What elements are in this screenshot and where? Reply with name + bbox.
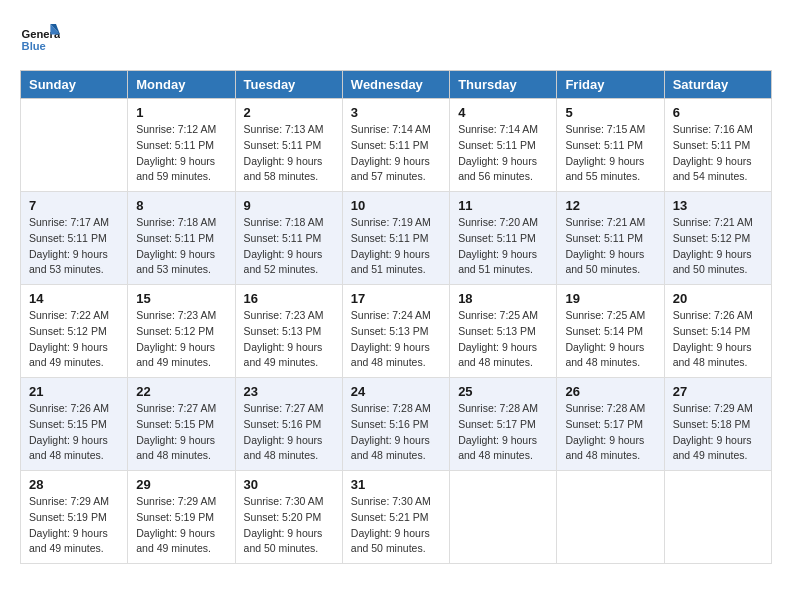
calendar-cell: 2Sunrise: 7:13 AMSunset: 5:11 PMDaylight… (235, 99, 342, 192)
day-number: 21 (29, 384, 119, 399)
day-info: Sunrise: 7:27 AMSunset: 5:15 PMDaylight:… (136, 401, 226, 464)
calendar-cell: 11Sunrise: 7:20 AMSunset: 5:11 PMDayligh… (450, 192, 557, 285)
calendar-cell: 9Sunrise: 7:18 AMSunset: 5:11 PMDaylight… (235, 192, 342, 285)
weekday-header-wednesday: Wednesday (342, 71, 449, 99)
day-number: 13 (673, 198, 763, 213)
svg-text:Blue: Blue (22, 40, 46, 52)
day-number: 27 (673, 384, 763, 399)
day-number: 4 (458, 105, 548, 120)
calendar-cell: 21Sunrise: 7:26 AMSunset: 5:15 PMDayligh… (21, 378, 128, 471)
day-number: 12 (565, 198, 655, 213)
calendar-cell: 13Sunrise: 7:21 AMSunset: 5:12 PMDayligh… (664, 192, 771, 285)
calendar-cell: 3Sunrise: 7:14 AMSunset: 5:11 PMDaylight… (342, 99, 449, 192)
weekday-header-thursday: Thursday (450, 71, 557, 99)
day-info: Sunrise: 7:16 AMSunset: 5:11 PMDaylight:… (673, 122, 763, 185)
day-number: 29 (136, 477, 226, 492)
calendar-cell: 7Sunrise: 7:17 AMSunset: 5:11 PMDaylight… (21, 192, 128, 285)
day-info: Sunrise: 7:21 AMSunset: 5:11 PMDaylight:… (565, 215, 655, 278)
day-info: Sunrise: 7:28 AMSunset: 5:16 PMDaylight:… (351, 401, 441, 464)
calendar-cell (21, 99, 128, 192)
day-info: Sunrise: 7:30 AMSunset: 5:20 PMDaylight:… (244, 494, 334, 557)
logo: General Blue (20, 20, 60, 60)
day-info: Sunrise: 7:25 AMSunset: 5:13 PMDaylight:… (458, 308, 548, 371)
weekday-header-row: SundayMondayTuesdayWednesdayThursdayFrid… (21, 71, 772, 99)
weekday-header-tuesday: Tuesday (235, 71, 342, 99)
day-number: 14 (29, 291, 119, 306)
day-number: 16 (244, 291, 334, 306)
day-info: Sunrise: 7:20 AMSunset: 5:11 PMDaylight:… (458, 215, 548, 278)
logo-icon: General Blue (20, 20, 60, 60)
calendar-cell: 1Sunrise: 7:12 AMSunset: 5:11 PMDaylight… (128, 99, 235, 192)
calendar-cell: 6Sunrise: 7:16 AMSunset: 5:11 PMDaylight… (664, 99, 771, 192)
day-info: Sunrise: 7:19 AMSunset: 5:11 PMDaylight:… (351, 215, 441, 278)
day-number: 31 (351, 477, 441, 492)
calendar-cell: 12Sunrise: 7:21 AMSunset: 5:11 PMDayligh… (557, 192, 664, 285)
calendar-cell: 25Sunrise: 7:28 AMSunset: 5:17 PMDayligh… (450, 378, 557, 471)
day-number: 19 (565, 291, 655, 306)
calendar-cell: 24Sunrise: 7:28 AMSunset: 5:16 PMDayligh… (342, 378, 449, 471)
day-info: Sunrise: 7:27 AMSunset: 5:16 PMDaylight:… (244, 401, 334, 464)
calendar-cell: 20Sunrise: 7:26 AMSunset: 5:14 PMDayligh… (664, 285, 771, 378)
calendar-cell: 28Sunrise: 7:29 AMSunset: 5:19 PMDayligh… (21, 471, 128, 564)
calendar-week-row: 28Sunrise: 7:29 AMSunset: 5:19 PMDayligh… (21, 471, 772, 564)
calendar-cell: 16Sunrise: 7:23 AMSunset: 5:13 PMDayligh… (235, 285, 342, 378)
day-number: 6 (673, 105, 763, 120)
calendar-week-row: 21Sunrise: 7:26 AMSunset: 5:15 PMDayligh… (21, 378, 772, 471)
calendar-cell (557, 471, 664, 564)
calendar-cell (664, 471, 771, 564)
day-info: Sunrise: 7:26 AMSunset: 5:15 PMDaylight:… (29, 401, 119, 464)
day-number: 11 (458, 198, 548, 213)
day-info: Sunrise: 7:30 AMSunset: 5:21 PMDaylight:… (351, 494, 441, 557)
day-number: 28 (29, 477, 119, 492)
calendar-week-row: 14Sunrise: 7:22 AMSunset: 5:12 PMDayligh… (21, 285, 772, 378)
day-number: 30 (244, 477, 334, 492)
calendar-table: SundayMondayTuesdayWednesdayThursdayFrid… (20, 70, 772, 564)
day-info: Sunrise: 7:25 AMSunset: 5:14 PMDaylight:… (565, 308, 655, 371)
weekday-header-saturday: Saturday (664, 71, 771, 99)
calendar-cell: 31Sunrise: 7:30 AMSunset: 5:21 PMDayligh… (342, 471, 449, 564)
day-number: 7 (29, 198, 119, 213)
day-info: Sunrise: 7:15 AMSunset: 5:11 PMDaylight:… (565, 122, 655, 185)
day-number: 17 (351, 291, 441, 306)
calendar-cell: 27Sunrise: 7:29 AMSunset: 5:18 PMDayligh… (664, 378, 771, 471)
day-number: 2 (244, 105, 334, 120)
day-info: Sunrise: 7:23 AMSunset: 5:13 PMDaylight:… (244, 308, 334, 371)
day-info: Sunrise: 7:21 AMSunset: 5:12 PMDaylight:… (673, 215, 763, 278)
calendar-cell: 14Sunrise: 7:22 AMSunset: 5:12 PMDayligh… (21, 285, 128, 378)
calendar-cell: 22Sunrise: 7:27 AMSunset: 5:15 PMDayligh… (128, 378, 235, 471)
calendar-cell: 30Sunrise: 7:30 AMSunset: 5:20 PMDayligh… (235, 471, 342, 564)
day-number: 26 (565, 384, 655, 399)
weekday-header-sunday: Sunday (21, 71, 128, 99)
calendar-week-row: 1Sunrise: 7:12 AMSunset: 5:11 PMDaylight… (21, 99, 772, 192)
day-info: Sunrise: 7:17 AMSunset: 5:11 PMDaylight:… (29, 215, 119, 278)
day-info: Sunrise: 7:29 AMSunset: 5:19 PMDaylight:… (29, 494, 119, 557)
day-number: 1 (136, 105, 226, 120)
day-number: 25 (458, 384, 548, 399)
day-info: Sunrise: 7:29 AMSunset: 5:18 PMDaylight:… (673, 401, 763, 464)
calendar-cell: 10Sunrise: 7:19 AMSunset: 5:11 PMDayligh… (342, 192, 449, 285)
calendar-cell: 26Sunrise: 7:28 AMSunset: 5:17 PMDayligh… (557, 378, 664, 471)
day-number: 8 (136, 198, 226, 213)
day-number: 20 (673, 291, 763, 306)
calendar-cell: 19Sunrise: 7:25 AMSunset: 5:14 PMDayligh… (557, 285, 664, 378)
day-info: Sunrise: 7:14 AMSunset: 5:11 PMDaylight:… (351, 122, 441, 185)
calendar-cell: 5Sunrise: 7:15 AMSunset: 5:11 PMDaylight… (557, 99, 664, 192)
day-info: Sunrise: 7:14 AMSunset: 5:11 PMDaylight:… (458, 122, 548, 185)
header: General Blue (20, 20, 772, 60)
day-number: 18 (458, 291, 548, 306)
day-info: Sunrise: 7:18 AMSunset: 5:11 PMDaylight:… (136, 215, 226, 278)
day-number: 10 (351, 198, 441, 213)
day-info: Sunrise: 7:12 AMSunset: 5:11 PMDaylight:… (136, 122, 226, 185)
day-number: 3 (351, 105, 441, 120)
calendar-cell (450, 471, 557, 564)
day-number: 5 (565, 105, 655, 120)
day-info: Sunrise: 7:28 AMSunset: 5:17 PMDaylight:… (565, 401, 655, 464)
calendar-cell: 15Sunrise: 7:23 AMSunset: 5:12 PMDayligh… (128, 285, 235, 378)
weekday-header-friday: Friday (557, 71, 664, 99)
day-number: 24 (351, 384, 441, 399)
calendar-cell: 29Sunrise: 7:29 AMSunset: 5:19 PMDayligh… (128, 471, 235, 564)
calendar-cell: 23Sunrise: 7:27 AMSunset: 5:16 PMDayligh… (235, 378, 342, 471)
calendar-cell: 17Sunrise: 7:24 AMSunset: 5:13 PMDayligh… (342, 285, 449, 378)
day-number: 15 (136, 291, 226, 306)
day-number: 22 (136, 384, 226, 399)
